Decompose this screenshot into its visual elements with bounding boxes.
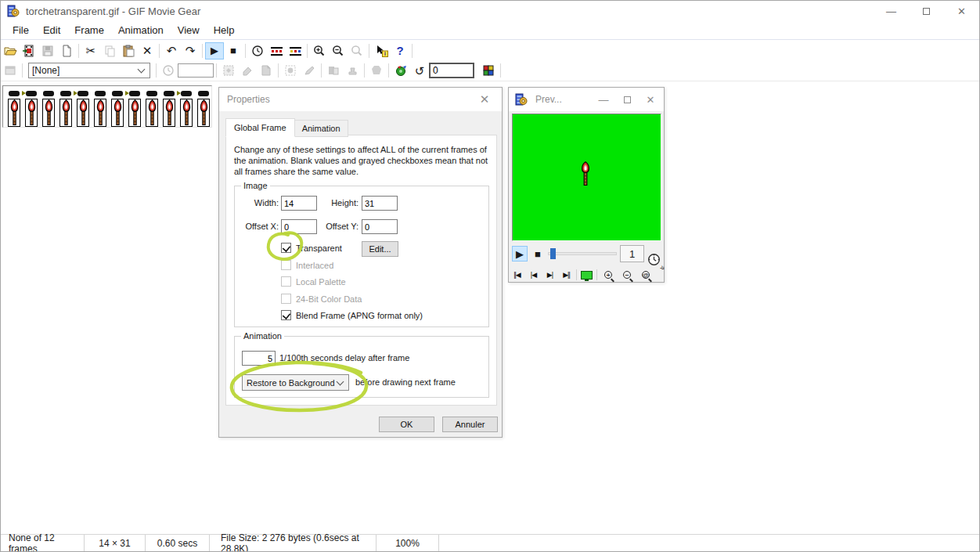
frame-position-button[interactable]	[286, 42, 304, 60]
height-input[interactable]	[362, 196, 398, 211]
stamp-tool-button[interactable]	[343, 62, 362, 79]
first-frame-button[interactable]: ||◀	[509, 268, 525, 282]
shape-tool-button[interactable]	[367, 62, 386, 79]
frame-thumbnail[interactable]	[109, 88, 126, 127]
frame-thumbnail[interactable]	[57, 88, 74, 127]
24bit-checkbox-row[interactable]: 24-Bit Color Data	[281, 294, 362, 304]
frame-thumbnail[interactable]	[143, 88, 160, 127]
select-color-button[interactable]	[281, 62, 300, 79]
next-frame-button[interactable]: ▶|	[542, 268, 558, 282]
frame-thumbnail[interactable]	[40, 88, 57, 127]
transparency-tool-button[interactable]	[219, 62, 238, 79]
tab-animation[interactable]: Animation	[295, 120, 348, 137]
minimize-button[interactable]: —	[874, 1, 909, 21]
offsetx-input[interactable]	[281, 219, 317, 234]
disposal-dropdown[interactable]: Restore to Background	[242, 374, 349, 391]
loop-count-input[interactable]: 0	[429, 63, 474, 78]
menu-view[interactable]: View	[171, 24, 207, 36]
timing-button[interactable]	[248, 42, 267, 60]
interlaced-checkbox-row[interactable]: Interlaced	[281, 260, 333, 270]
frame-thumbnail[interactable]	[195, 88, 212, 127]
frame-thumbnail[interactable]	[5, 88, 23, 127]
play-button[interactable]: ▶	[205, 42, 224, 60]
crop-tool-button[interactable]	[324, 62, 343, 79]
preview-stop-button[interactable]: ■	[530, 246, 546, 262]
frame-delay-button[interactable]	[267, 42, 286, 60]
ok-button[interactable]: OK	[379, 417, 434, 432]
prev-frame-button[interactable]: |◀	[525, 268, 542, 282]
close-button[interactable]: ✕	[944, 1, 979, 21]
frame-thumbnail[interactable]	[160, 88, 178, 127]
help-button[interactable]: ?	[391, 42, 409, 60]
palette-select[interactable]: [None]	[28, 63, 150, 78]
tab-global-frame[interactable]: Global Frame	[225, 118, 295, 137]
frame-thumbnail[interactable]	[74, 88, 92, 127]
preview-titlebar[interactable]: Prev... — ✕	[509, 88, 664, 111]
cut-button[interactable]: ✂	[81, 42, 100, 60]
open-button[interactable]	[1, 42, 20, 60]
menu-edit[interactable]: Edit	[36, 24, 67, 36]
cancel-button[interactable]: Annuler	[442, 417, 498, 432]
menu-file[interactable]: File	[5, 24, 36, 36]
offsety-input[interactable]	[362, 219, 398, 234]
stop-button[interactable]: ■	[224, 42, 243, 60]
blend-frame-checkbox-row[interactable]: Blend Frame (APNG format only)	[281, 310, 423, 320]
edit-transparency-button[interactable]: Edit...	[362, 241, 398, 257]
maximize-button[interactable]	[909, 1, 944, 21]
menu-animation[interactable]: Animation	[111, 24, 171, 36]
last-frame-button[interactable]: ▶||	[558, 268, 575, 282]
paste-button[interactable]	[119, 42, 138, 60]
preview-minimize-button[interactable]: —	[592, 88, 615, 111]
insert-frames-button[interactable]	[20, 42, 38, 60]
width-input[interactable]	[281, 196, 317, 211]
draw-tool-button[interactable]	[300, 62, 319, 79]
preview-close-button[interactable]: ✕	[639, 88, 662, 111]
menu-help[interactable]: Help	[207, 24, 242, 36]
redo-button[interactable]: ↷	[181, 42, 200, 60]
blend-frame-checkbox[interactable]	[281, 310, 291, 320]
delay-clock-button[interactable]	[159, 62, 178, 79]
background-toggle-button[interactable]	[578, 268, 595, 282]
zoom-reset-button[interactable]	[348, 42, 366, 60]
menu-frame[interactable]: Frame	[67, 24, 111, 36]
preview-play-button[interactable]: ▶	[512, 246, 528, 262]
palette-button[interactable]	[479, 62, 498, 79]
frame-slider[interactable]	[548, 247, 617, 260]
delete-button[interactable]: ✕	[138, 42, 157, 60]
undo-button[interactable]: ↶	[162, 42, 181, 60]
24bit-checkbox[interactable]	[281, 294, 291, 304]
mask-tool-button[interactable]	[257, 62, 276, 79]
transparent-checkbox-row[interactable]: Transparent	[281, 243, 342, 253]
properties-close-button[interactable]: ✕	[467, 88, 502, 111]
frame-thumbnail[interactable]	[126, 88, 143, 127]
erase-tool-button[interactable]	[238, 62, 257, 79]
delay-input[interactable]	[178, 63, 214, 78]
new-button[interactable]	[57, 42, 76, 60]
frame-duration-pill	[181, 91, 192, 96]
preview-zoom-out-button[interactable]: −	[623, 271, 631, 279]
save-button[interactable]	[38, 42, 57, 60]
zoom-in-button[interactable]	[310, 42, 329, 60]
preview-zoom-reset-button[interactable]: @	[642, 271, 650, 279]
transparent-checkbox[interactable]	[281, 243, 291, 253]
preview-zoom-in-button[interactable]: +	[604, 271, 612, 279]
optimize-button[interactable]	[391, 62, 410, 79]
zoom-out-button[interactable]	[329, 42, 348, 60]
loop-count-button[interactable]: ↺	[410, 62, 429, 79]
frame-thumbnail[interactable]	[23, 88, 40, 127]
local-palette-checkbox-row[interactable]: Local Palette	[281, 276, 346, 287]
copy-button[interactable]	[100, 42, 119, 60]
preview-window: Prev... — ✕ ▶ ■ 1 » ||◀ |◀ ▶| ▶|| +	[508, 87, 665, 283]
frame-thumbnail[interactable]	[92, 88, 109, 127]
interlaced-checkbox[interactable]	[281, 260, 291, 270]
frame-delay-input[interactable]	[242, 351, 276, 366]
properties-titlebar[interactable]: Properties ✕	[219, 88, 502, 111]
preview-maximize-button[interactable]	[615, 88, 639, 111]
slider-thumb[interactable]	[550, 248, 556, 259]
context-help-button[interactable]: i	[372, 42, 391, 60]
frame-thumbnail[interactable]	[178, 88, 195, 127]
frame-strip[interactable]	[2, 85, 212, 128]
frame-properties-button[interactable]	[1, 62, 20, 79]
local-palette-checkbox[interactable]	[281, 276, 291, 287]
disposal-suffix-label: before drawing next frame	[355, 377, 456, 387]
